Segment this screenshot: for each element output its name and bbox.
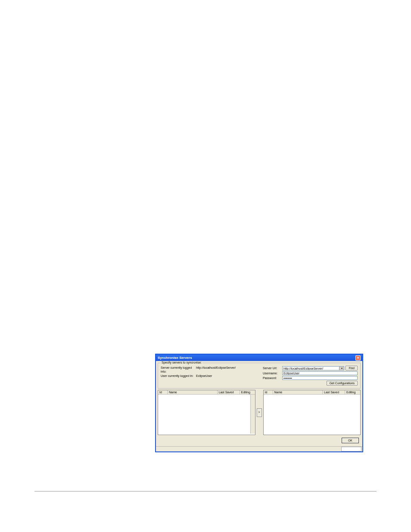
current-login-info: Server currently logged into: http://loc… [161,366,254,386]
get-configurations-button[interactable]: Get Configurations [327,381,358,386]
col-name[interactable]: Name [273,390,323,394]
status-cell [341,447,361,451]
transfer-controls: > [257,390,262,435]
col-id[interactable]: Id [264,390,273,394]
connection-form: Server Url: http://localhost/EclipseServ… [263,366,358,386]
col-id[interactable]: Id [158,390,168,394]
col-last-saved[interactable]: Last Saved [218,390,240,394]
server-url-label: Server Url: [263,367,281,370]
server-logged-label: Server currently logged into: [161,366,196,373]
right-config-list[interactable]: Id Name Last Saved Editing [263,390,361,435]
dialog-body: Specify servers to syncronise: Server cu… [156,361,362,446]
find-button[interactable]: Find [346,366,358,370]
specify-servers-group: Specify servers to syncronise: Server cu… [158,363,361,389]
user-logged-value: EclipseUser [196,374,212,378]
server-logged-value: http://localhost/EclipseServer/ [196,366,236,373]
configuration-lists: Id Name Last Saved Editing > Id Name Las… [158,390,361,435]
col-name[interactable]: Name [168,390,218,394]
synchronise-servers-dialog: Synchronise Servers ✕ Specify servers to… [155,354,363,452]
right-list-header: Id Name Last Saved Editing [264,390,361,395]
statusbar [156,446,362,451]
password-input[interactable] [282,376,358,380]
left-list-header: Id Name Last Saved Editing [158,390,255,395]
left-scrollbar[interactable] [250,395,255,434]
password-label: Password: [263,376,281,380]
ok-button[interactable]: OK [342,438,359,443]
left-config-list[interactable]: Id Name Last Saved Editing [158,390,255,435]
close-icon: ✕ [357,356,359,359]
col-editing[interactable]: Editing [345,390,360,394]
col-last-saved[interactable]: Last Saved [323,390,345,394]
username-input[interactable] [282,371,358,375]
footer-divider [34,491,377,492]
server-url-dropdown[interactable]: http://localhost/EclipseServer/ ▾ [282,366,344,370]
user-logged-label: User currently logged in: [161,374,196,378]
chevron-down-icon[interactable]: ▾ [339,367,344,370]
dialog-buttons: OK [158,435,361,445]
col-editing[interactable]: Editing [240,390,255,394]
group-label: Specify servers to syncronise: [161,361,202,364]
server-url-value: http://localhost/EclipseServer/ [283,367,339,370]
transfer-right-button[interactable]: > [257,408,262,417]
username-label: Username: [263,372,281,375]
close-button[interactable]: ✕ [355,355,361,361]
right-list-rows[interactable] [264,395,361,434]
titlebar[interactable]: Synchronise Servers ✕ [156,355,362,361]
left-list-rows[interactable] [158,395,250,434]
window-title: Synchronise Servers [158,356,192,360]
